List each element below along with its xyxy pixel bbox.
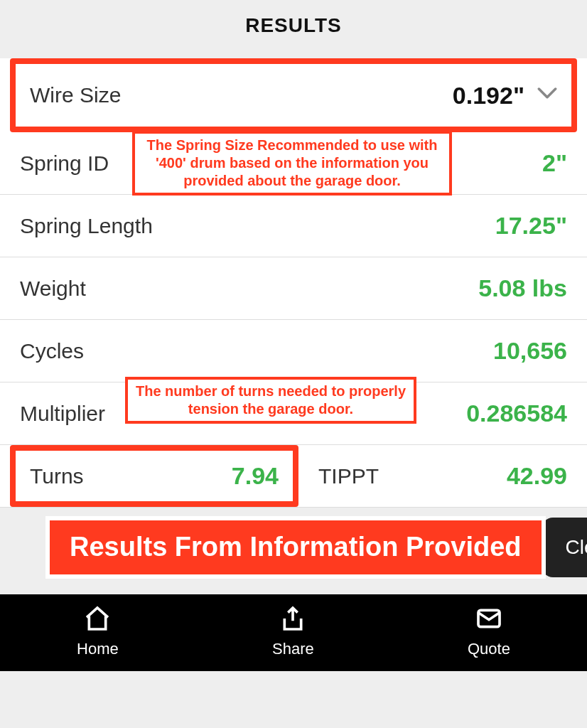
tab-quote[interactable]: Quote xyxy=(468,604,510,658)
turns-label: Turns xyxy=(30,464,84,488)
tab-home-label: Home xyxy=(77,640,119,658)
spring-length-row: Spring Length 17.25" xyxy=(0,195,587,257)
spring-id-label: Spring ID xyxy=(20,151,109,176)
multiplier-value: 0.286584 xyxy=(466,400,567,427)
page-title: RESULTS xyxy=(0,14,587,37)
cycles-row: Cycles 10,656 xyxy=(0,320,587,382)
turns-highlight: Turns 7.94 xyxy=(10,445,298,507)
turns-tippt-row: Turns 7.94 TIPPT 42.99 xyxy=(0,445,587,508)
weight-value: 5.08 lbs xyxy=(478,274,567,302)
wire-size-value: 0.192" xyxy=(453,82,524,109)
callout-spring-size: The Spring Size Recommended to use with … xyxy=(132,131,452,196)
multiplier-label: Multiplier xyxy=(20,402,105,426)
results-banner-text: Results From Information Provided xyxy=(70,532,522,562)
bottom-area: Results From Information Provided Clear xyxy=(0,508,587,594)
spring-length-label: Spring Length xyxy=(20,214,153,238)
spring-length-value: 17.25" xyxy=(495,212,567,240)
results-banner: Results From Information Provided xyxy=(50,520,542,574)
home-icon xyxy=(83,604,112,636)
tab-bar: Home Share Quote xyxy=(0,594,587,671)
clear-button[interactable]: Clear xyxy=(542,518,587,577)
tippt-cell: TIPPT 42.99 xyxy=(298,445,587,507)
weight-row: Weight 5.08 lbs xyxy=(0,257,587,320)
cycles-value: 10,656 xyxy=(493,337,567,365)
results-table: Wire Size 0.192" Spring ID 2" Spring Len… xyxy=(0,58,587,508)
share-icon xyxy=(279,604,307,636)
weight-label: Weight xyxy=(20,277,86,301)
mail-icon xyxy=(475,604,503,636)
results-header: RESULTS xyxy=(0,0,587,58)
wire-size-label: Wire Size xyxy=(30,83,121,107)
tab-home[interactable]: Home xyxy=(77,604,119,658)
tippt-value: 42.99 xyxy=(507,462,567,490)
wire-size-row[interactable]: Wire Size 0.192" xyxy=(16,64,571,127)
tab-share[interactable]: Share xyxy=(272,604,314,658)
turns-value: 7.94 xyxy=(232,462,279,490)
wire-size-highlight: Wire Size 0.192" xyxy=(10,58,577,132)
callout-turns: The number of turns needed to properly t… xyxy=(125,377,416,424)
chevron-down-icon xyxy=(537,87,557,104)
cycles-label: Cycles xyxy=(20,339,84,363)
spring-id-value: 2" xyxy=(542,149,567,177)
tab-share-label: Share xyxy=(272,640,314,658)
tab-quote-label: Quote xyxy=(468,640,510,658)
tippt-label: TIPPT xyxy=(318,464,379,488)
